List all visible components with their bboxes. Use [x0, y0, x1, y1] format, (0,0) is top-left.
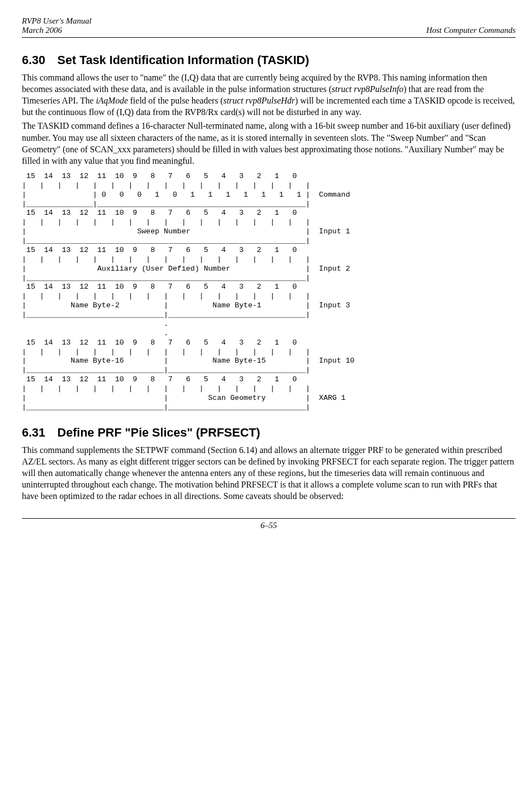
secnum-630: 6.30	[22, 53, 45, 67]
header-right: Host Computer Commands	[426, 16, 516, 35]
para-630-2: The TASKID command defines a 16-characte…	[22, 120, 516, 166]
heading-630: 6.30Set Task Identification Information …	[22, 53, 516, 67]
struct-pulsehdr: struct rvp8PulseHdr	[223, 96, 295, 105]
para-631-1: This command supplements the SETPWF comm…	[22, 444, 516, 502]
struct-pulseinfo: struct rvp8PulseInfo	[332, 84, 403, 94]
heading-631: 6.31Define PRF "Pie Slices" (PRFSECT)	[22, 426, 516, 440]
secnum-631: 6.31	[22, 426, 45, 439]
manual-title: RVP8 User's Manual	[22, 16, 91, 25]
para-630-1: This command allows the user to "name" t…	[22, 72, 516, 118]
field-iaqmode: iAqMode	[96, 96, 128, 105]
bit-diagram: 15 14 13 12 11 10 9 8 7 6 5 4 3 2 1 0 | …	[22, 172, 516, 412]
page-header: RVP8 User's Manual March 2006 Host Compu…	[22, 16, 516, 38]
page-number: 6–55	[261, 521, 277, 530]
header-left: RVP8 User's Manual March 2006	[22, 16, 91, 35]
title-631: Define PRF "Pie Slices" (PRFSECT)	[57, 426, 261, 439]
manual-date: March 2006	[22, 26, 62, 35]
section-label: Host Computer Commands	[426, 26, 516, 35]
page-footer: 6–55	[22, 518, 516, 530]
title-630: Set Task Identification Information (TAS…	[57, 53, 309, 67]
